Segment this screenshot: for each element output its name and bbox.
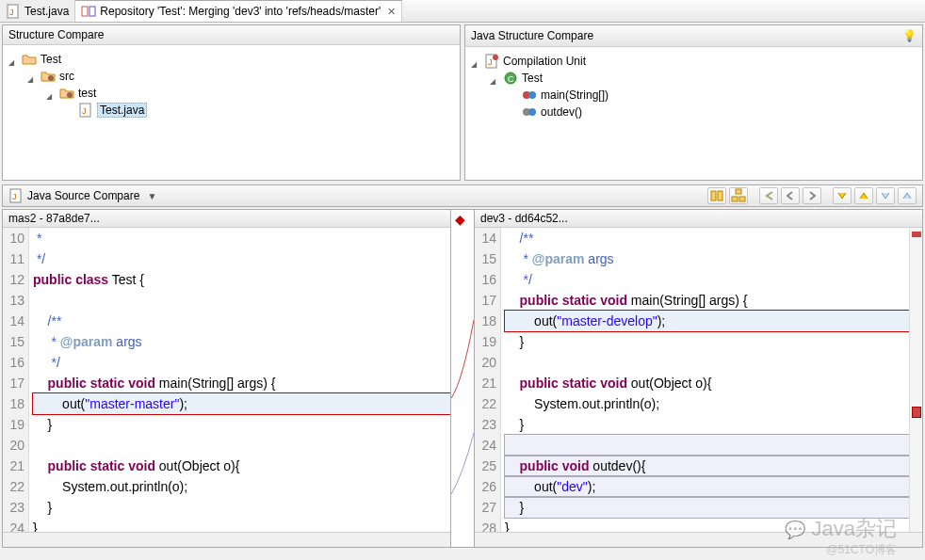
code-line[interactable]: public static void out(Object o){ xyxy=(505,373,922,393)
tab-label: Repository 'Test': Merging 'dev3' into '… xyxy=(100,5,381,18)
pane-title: Structure Compare xyxy=(8,28,104,41)
code-line[interactable]: } xyxy=(33,414,450,435)
code-line[interactable]: public static void out(Object o){ xyxy=(33,456,450,476)
overview-ruler[interactable] xyxy=(909,228,922,532)
ancestor-toggle-button[interactable] xyxy=(729,187,748,204)
code-line[interactable] xyxy=(33,290,450,311)
tree-item-label: Test.java xyxy=(97,103,147,118)
copy-right-button[interactable] xyxy=(803,187,821,204)
code-line[interactable]: */ xyxy=(33,352,450,373)
code-line[interactable]: public static void main(String[] args) { xyxy=(505,290,922,311)
tree-item[interactable]: main(String[]) xyxy=(471,87,917,104)
tree-item[interactable]: outdev() xyxy=(471,104,917,120)
tree-item[interactable]: JTest.java xyxy=(8,102,454,119)
tree-item[interactable]: Test xyxy=(8,51,454,68)
copy-left-button[interactable] xyxy=(781,187,800,204)
code-line[interactable]: /** xyxy=(33,311,450,331)
code-line[interactable]: public static void main(String[] args) { xyxy=(33,373,450,393)
tree-item-label: src xyxy=(59,70,74,83)
code-line[interactable]: public void outdev(){ xyxy=(505,456,922,476)
code-line[interactable]: } xyxy=(505,331,922,352)
svg-rect-19 xyxy=(711,191,716,200)
code-line[interactable] xyxy=(505,435,922,456)
code-line[interactable]: * xyxy=(33,228,450,248)
svg-point-10 xyxy=(493,55,498,60)
prev-diff-button[interactable] xyxy=(854,187,873,204)
tree-item-label: Compilation Unit xyxy=(503,55,586,68)
prev-change-button[interactable] xyxy=(898,187,917,204)
tree-item[interactable]: test xyxy=(8,85,454,102)
next-change-button[interactable] xyxy=(876,187,895,204)
code-line[interactable]: out("master-develop"); xyxy=(505,311,922,331)
tree-item[interactable]: JCompilation Unit xyxy=(471,53,917,70)
svg-rect-21 xyxy=(736,189,741,194)
expand-arrow-icon[interactable] xyxy=(471,56,480,66)
tree-item-label: Test xyxy=(522,72,543,85)
code-line[interactable]: System.out.println(o); xyxy=(33,476,450,497)
code-line[interactable]: } xyxy=(33,497,450,518)
expand-arrow-icon[interactable] xyxy=(509,107,518,117)
code-line[interactable]: * @param args xyxy=(505,248,922,269)
class-icon: C xyxy=(503,71,518,86)
java-file-icon: J xyxy=(8,188,24,203)
expand-arrow-icon[interactable] xyxy=(27,72,37,81)
expand-arrow-icon[interactable] xyxy=(509,90,518,100)
left-code[interactable]: 101112131415161718192021222324 * */publi… xyxy=(3,228,450,532)
code-line[interactable]: */ xyxy=(505,269,922,290)
package-folder-icon xyxy=(59,86,74,101)
conflict-marker-icon: ◆ xyxy=(455,212,465,227)
expand-arrow-icon[interactable] xyxy=(490,73,499,83)
svg-rect-3 xyxy=(89,7,95,16)
tree-item[interactable]: src xyxy=(8,68,454,85)
diff-area: mas2 - 87a8de7... 1011121314151617181920… xyxy=(2,209,923,548)
tree-item-label: outdev() xyxy=(541,105,582,119)
code-line[interactable]: /** xyxy=(505,228,922,248)
h-scrollbar[interactable] xyxy=(3,532,450,547)
svg-text:C: C xyxy=(508,74,514,84)
java-structure-pane: Java Structure Compare 💡 JCompilation Un… xyxy=(464,24,923,181)
tree-item[interactable]: CTest xyxy=(471,70,917,87)
pane-header: Structure Compare xyxy=(3,25,460,45)
svg-point-16 xyxy=(528,108,536,116)
tree-item-label: test xyxy=(78,87,96,100)
svg-text:J: J xyxy=(488,57,493,67)
left-diff-header: mas2 - 87a8de7... xyxy=(3,210,450,228)
watermark: 💬 Java杂记 xyxy=(785,515,897,543)
java-structure-tree[interactable]: JCompilation UnitCTestmain(String[])outd… xyxy=(465,47,922,180)
tab-merge[interactable]: Repository 'Test': Merging 'dev3' into '… xyxy=(75,0,402,22)
lightbulb-icon[interactable]: 💡 xyxy=(901,28,917,43)
source-compare-header: J Java Source Compare ▼ xyxy=(2,184,923,207)
method-add-icon xyxy=(522,104,537,120)
code-line[interactable]: System.out.println(o); xyxy=(505,393,922,414)
tab-testjava[interactable]: J Test.java xyxy=(0,0,75,22)
two-way-toggle-button[interactable] xyxy=(707,187,726,204)
code-line[interactable]: } xyxy=(505,414,922,435)
diff-annotation[interactable] xyxy=(912,407,921,418)
code-line[interactable]: } xyxy=(33,518,450,532)
expand-arrow-icon[interactable] xyxy=(46,88,56,98)
code-line[interactable] xyxy=(33,435,450,456)
next-diff-button[interactable] xyxy=(833,187,852,204)
diff-annotation[interactable] xyxy=(912,232,921,237)
code-line[interactable]: public class Test { xyxy=(33,269,450,290)
code-line[interactable] xyxy=(505,352,922,373)
close-icon[interactable]: ✕ xyxy=(384,6,396,18)
comp-unit-icon: J xyxy=(484,54,499,69)
svg-rect-2 xyxy=(82,7,88,16)
copy-all-left-button[interactable] xyxy=(759,187,778,204)
diff-connector xyxy=(451,231,474,541)
right-code[interactable]: 14151617181920212223242526272829 /** * @… xyxy=(475,228,922,532)
code-line[interactable]: out("master-master"); xyxy=(33,393,450,414)
code-line[interactable]: out("dev"); xyxy=(505,476,922,497)
code-line[interactable]: */ xyxy=(33,248,450,269)
code-line[interactable]: * @param args xyxy=(33,331,450,352)
svg-text:J: J xyxy=(12,192,17,201)
expand-arrow-icon[interactable] xyxy=(65,105,74,115)
compare-toolbar xyxy=(707,187,917,204)
dropdown-arrow-icon[interactable]: ▼ xyxy=(143,191,156,201)
expand-arrow-icon[interactable] xyxy=(8,55,18,64)
watermark-sub: @51CTO博客 xyxy=(826,542,897,558)
structure-tree[interactable]: TestsrctestJTest.java xyxy=(3,45,460,180)
diff-gutter[interactable]: ◆ xyxy=(451,209,474,548)
svg-rect-20 xyxy=(718,191,722,200)
